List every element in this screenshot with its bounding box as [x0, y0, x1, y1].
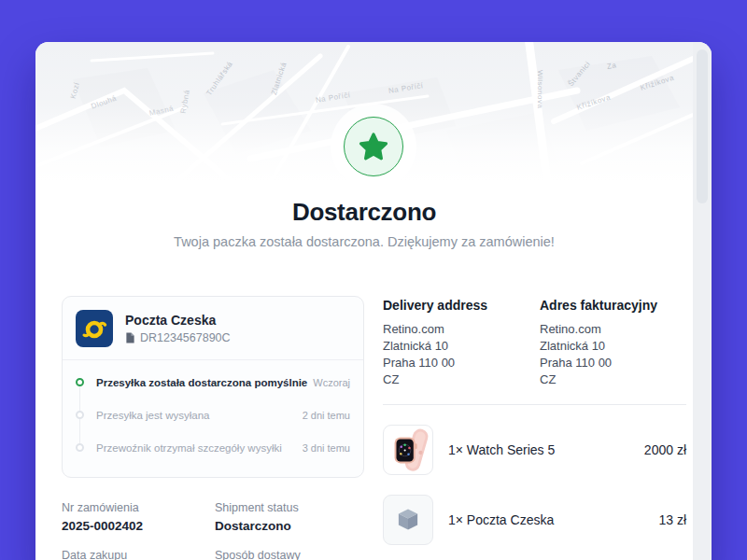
shipment-timeline: Przesyłka została dostarczona pomyślnie …	[76, 360, 350, 464]
addresses: Delivery address Retino.com Zlatnická 10…	[383, 296, 686, 388]
item-price: 13 zł	[658, 512, 686, 527]
tracking-number-text: DR1234567890C	[140, 331, 231, 344]
detail-label: Nr zamówienia	[62, 501, 215, 514]
carrier-card: Poczta Czeska DR1234567890C	[62, 296, 364, 478]
address-line: Praha 110 00	[383, 355, 540, 371]
address-line: CZ	[383, 371, 540, 388]
address-title: Adres fakturacyjny	[540, 298, 686, 313]
page-background: Kozí Dlouhá Masná Rybná Truhlářská Zlatn…	[0, 0, 747, 560]
timeline-event-time: 3 dni temu	[303, 442, 350, 454]
items-divider	[383, 404, 686, 405]
document-icon	[125, 332, 135, 343]
detail-label: Sposób dostawy	[215, 549, 364, 560]
shipment-status-value: Dostarczono	[215, 519, 364, 533]
cube-icon	[383, 495, 433, 545]
detail-label: Data zakupu	[62, 549, 215, 560]
timeline-event-label: Przesyłka została dostarczona pomyślnie	[96, 377, 313, 388]
order-status-card: Kozí Dlouhá Masná Rybná Truhlářská Zlatn…	[35, 42, 712, 560]
address-line: CZ	[540, 371, 686, 388]
timeline-dot	[76, 411, 84, 419]
item-name: 1× Poczta Czeska	[448, 512, 554, 527]
timeline-dot-active	[76, 378, 84, 386]
content-area: Poczta Czeska DR1234567890C	[62, 296, 686, 560]
address-line: Praha 110 00	[540, 355, 686, 371]
order-detail: Sposób dostawy Na adres	[215, 549, 364, 560]
timeline-event: Przesyłka została dostarczona pomyślnie …	[76, 366, 350, 399]
timeline-event-label: Przewoźnik otrzymał szczegóły wysyłki	[96, 442, 303, 454]
address-line: Retino.com	[383, 321, 540, 338]
detail-label: Shipment status	[215, 501, 364, 514]
timeline-event: Przewoźnik otrzymał szczegóły wysyłki 3 …	[76, 431, 350, 464]
post-horn-icon	[76, 310, 113, 347]
timeline-event-label: Przesyłka jest wysyłana	[96, 410, 303, 421]
scrollbar-thumb[interactable]	[697, 49, 708, 203]
item-price: 2000 zł	[644, 442, 686, 457]
tracking-number[interactable]: DR1234567890C	[125, 331, 231, 344]
carrier-name: Poczta Czeska	[125, 313, 231, 328]
order-number: 2025-0002402	[62, 519, 215, 533]
billing-address-block: Adres fakturacyjny Retino.com Zlatnická …	[540, 296, 686, 388]
address-line: Zlatnická 10	[540, 338, 686, 355]
address-line: Retino.com	[540, 321, 686, 338]
timeline-event-time: 2 dni temu	[303, 410, 350, 421]
order-item: 1× Poczta Czeska 13 zł	[383, 495, 686, 545]
delivered-status-badge	[344, 117, 403, 176]
watch-image	[383, 425, 433, 475]
timeline-event: Przesyłka jest wysyłana 2 dni temu	[76, 399, 350, 431]
address-title: Delivery address	[383, 298, 540, 313]
status-subtitle: Twoja paczka została dostarczona. Dzięku…	[35, 234, 693, 249]
page-title: Dostarczono	[35, 198, 693, 227]
right-column: Delivery address Retino.com Zlatnická 10…	[383, 296, 686, 560]
order-detail: Nr zamówienia 2025-0002402	[62, 501, 215, 533]
order-detail: Data zakupu 08.09.2024	[62, 549, 215, 560]
left-column: Poczta Czeska DR1234567890C	[62, 296, 364, 560]
order-item: 1× Watch Series 5 2000 zł	[383, 425, 686, 475]
star-icon	[358, 131, 389, 162]
item-name: 1× Watch Series 5	[448, 442, 555, 457]
carrier-info: Poczta Czeska DR1234567890C	[125, 313, 231, 344]
delivery-address-block: Delivery address Retino.com Zlatnická 10…	[383, 296, 540, 388]
carrier-header: Poczta Czeska DR1234567890C	[76, 310, 350, 359]
timeline-dot	[76, 443, 84, 452]
address-line: Zlatnická 10	[383, 338, 540, 355]
timeline-event-time: Wczoraj	[313, 377, 350, 388]
order-detail: Shipment status Dostarczono	[215, 501, 364, 533]
order-details: Nr zamówienia 2025-0002402 Shipment stat…	[62, 501, 364, 560]
scrollbar[interactable]	[693, 42, 712, 560]
